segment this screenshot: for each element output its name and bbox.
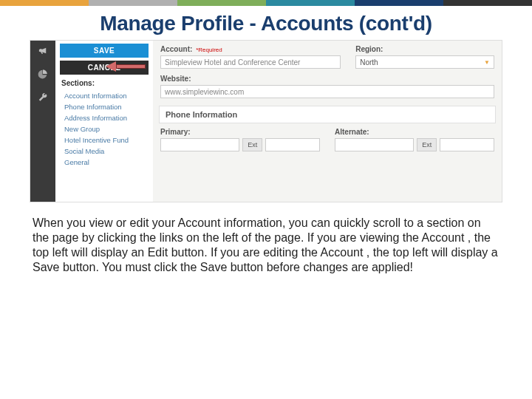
section-link-phone-information[interactable]: Phone Information [64, 101, 153, 112]
primary-ext-input[interactable] [265, 138, 320, 151]
phone-info-panel-header: Phone Information [159, 106, 496, 123]
pie-chart-icon[interactable] [36, 67, 50, 81]
left-icon-rail [30, 41, 55, 202]
alternate-phone-label: Alternate: [335, 128, 494, 136]
slide-title: Manage Profile - Accounts (cont'd) [0, 12, 532, 35]
section-link-account-information[interactable]: Account Information [64, 90, 153, 101]
sections-heading: Sections: [61, 79, 153, 87]
section-link-hotel-incentive-fund[interactable]: Hotel Incentive Fund [64, 134, 153, 146]
brand-top-bar [0, 0, 532, 6]
explanatory-text: When you view or edit your Account infor… [33, 216, 499, 275]
account-input[interactable] [160, 55, 341, 69]
region-selected-value: North [360, 58, 378, 66]
alternate-phone-input[interactable] [335, 138, 414, 151]
region-select[interactable]: North ▼ [355, 55, 494, 69]
primary-phone-label: Primary: [160, 128, 320, 136]
section-link-general[interactable]: General [64, 157, 153, 168]
left-pane: SAVE CANCEL Sections: Account Informatio… [55, 41, 153, 202]
section-link-new-group[interactable]: New Group [64, 123, 153, 134]
main-form-pane: Account: *Required Region: North ▼ Websi… [153, 41, 502, 202]
alternate-ext-input[interactable] [440, 138, 494, 151]
cancel-button[interactable]: CANCEL [60, 61, 149, 75]
primary-phone-input[interactable] [160, 138, 239, 151]
section-link-social-media[interactable]: Social Media [64, 146, 153, 157]
chevron-down-icon: ▼ [484, 59, 490, 66]
website-label: Website: [160, 75, 494, 83]
primary-ext-label: Ext [242, 138, 262, 151]
sections-list: Account Information Phone Information Ad… [64, 90, 153, 168]
website-input[interactable] [160, 85, 494, 98]
wrench-icon[interactable] [36, 91, 50, 104]
app-screenshot: SAVE CANCEL Sections: Account Informatio… [30, 40, 502, 202]
megaphone-icon[interactable] [36, 44, 50, 57]
account-label: Account: *Required [160, 45, 341, 53]
callout-arrow-icon [106, 61, 150, 72]
section-link-address-information[interactable]: Address Information [64, 112, 153, 123]
save-button[interactable]: SAVE [60, 44, 149, 58]
alternate-ext-label: Ext [417, 138, 437, 151]
region-label: Region: [355, 45, 494, 53]
required-indicator: *Required [196, 47, 222, 53]
